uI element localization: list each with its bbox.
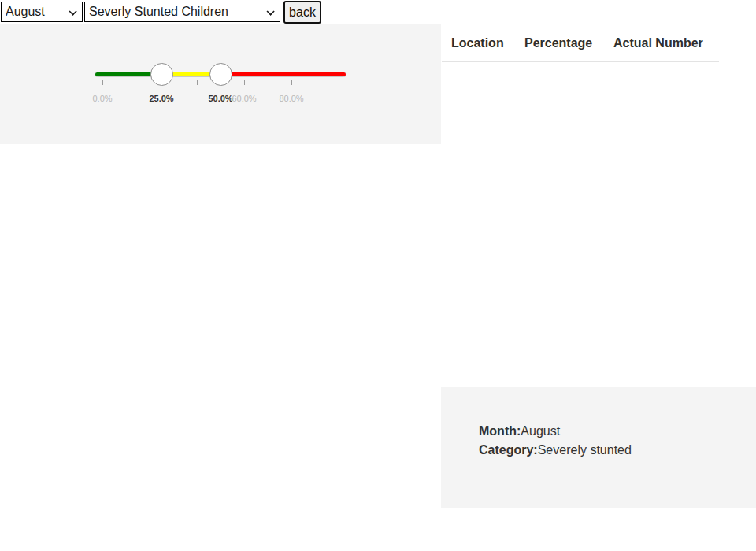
slider-handle-upper[interactable] <box>209 63 232 86</box>
info-panel: Month:August Category:Severely stunted <box>441 387 756 508</box>
results-table-head: LocationPercentageActual Number <box>442 24 719 62</box>
column-header-percentage: Percentage <box>515 24 604 62</box>
category-value: Severely stunted <box>538 443 632 457</box>
slider-pip-label: 0.0% <box>92 94 112 103</box>
category-line: Category:Severely stunted <box>479 441 632 460</box>
month-select[interactable]: August <box>1 2 83 22</box>
back-button[interactable]: back <box>284 1 321 24</box>
slider-tick <box>291 80 292 85</box>
slider-pip-label: 25.0% <box>149 94 173 103</box>
slider-handle-lower[interactable] <box>150 63 173 86</box>
slider-tick <box>197 80 198 85</box>
slider-pip-label: 60.0% <box>232 94 256 103</box>
month-select-wrap: August <box>1 2 83 22</box>
category-select[interactable]: Severly Stunted Children <box>84 2 280 22</box>
category-select-wrap: Severly Stunted Children <box>84 2 280 22</box>
slider-panel: 0.0%25.0%50.0%60.0%80.0% <box>0 24 441 144</box>
info-lines: Month:August Category:Severely stunted <box>479 422 632 460</box>
table-header-row: LocationPercentageActual Number <box>442 24 719 62</box>
category-label: Category: <box>479 443 538 457</box>
page: August Severly Stunted Children back 0.0… <box>0 0 756 551</box>
slider-tick <box>102 80 103 85</box>
slider-pip-label: 50.0% <box>208 94 232 103</box>
slider-range-segment-2 <box>220 72 346 76</box>
month-label: Month: <box>479 424 521 438</box>
slider-tick <box>244 80 245 85</box>
slider-tick <box>150 80 150 85</box>
results-table: LocationPercentageActual Number <box>442 24 719 62</box>
month-value: August <box>521 424 560 438</box>
month-line: Month:August <box>479 422 632 441</box>
slider-pip-label: 80.0% <box>279 94 303 103</box>
column-header-actual-number: Actual Number <box>604 24 719 62</box>
toolbar: August Severly Stunted Children back <box>0 0 756 24</box>
column-header-location: Location <box>442 24 515 62</box>
